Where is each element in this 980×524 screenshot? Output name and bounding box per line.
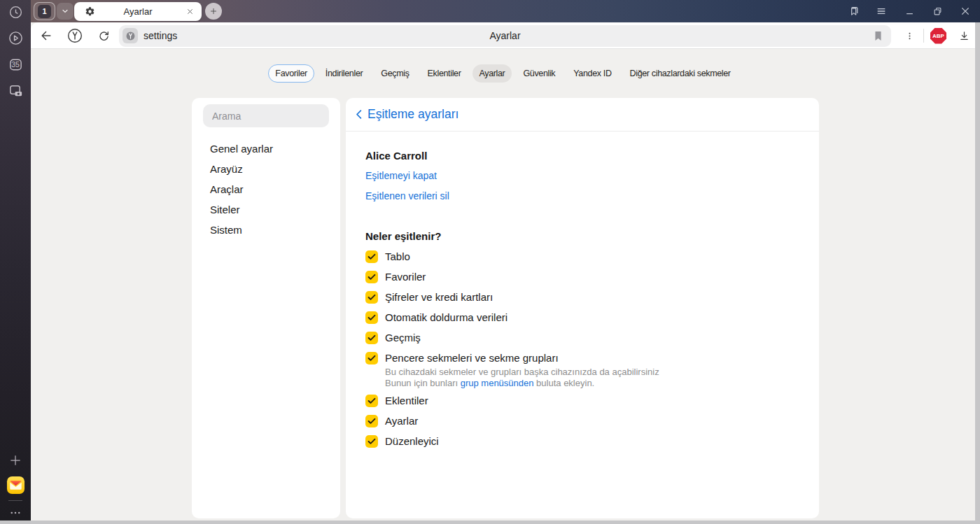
settings-menu: Genel ayarlarArayüzAraçlarSitelerSistem: [203, 139, 329, 240]
checkbox-label: Şifreler ve kredi kartları: [385, 291, 493, 303]
tab-count-number: 35: [5, 54, 26, 75]
checkbox-checked-icon[interactable]: [365, 435, 378, 448]
sync-checkbox-row[interactable]: Ayarlar: [365, 411, 819, 431]
sync-checkbox-row[interactable]: Pencere sekmeleri ve sekme grupları: [365, 348, 819, 368]
checkbox-checked-icon[interactable]: [365, 332, 378, 344]
top-nav-item[interactable]: Güvenlik: [516, 64, 562, 83]
top-nav-item[interactable]: Favoriler: [268, 64, 314, 83]
sync-checkbox-row[interactable]: Favoriler: [365, 267, 819, 287]
settings-menu-item[interactable]: Arayüz: [210, 159, 329, 179]
sync-checkbox-row[interactable]: Eklentiler: [365, 390, 819, 411]
back-icon[interactable]: [36, 22, 57, 49]
browser-tab[interactable]: Ayarlar: [74, 2, 202, 21]
checkbox-label: Geçmiş: [385, 332, 421, 344]
checkbox-label: Tablo: [385, 250, 410, 262]
checkbox-checked-icon[interactable]: [365, 291, 378, 304]
yandex-services-icon[interactable]: [64, 22, 85, 49]
back-chevron-icon[interactable]: [355, 109, 363, 120]
sync-checkbox-row[interactable]: Tablo: [365, 246, 819, 267]
checkbox-checked-icon[interactable]: [365, 250, 378, 263]
sync-section-heading: Neler eşitlenir?: [365, 226, 819, 246]
top-nav-item[interactable]: Yandex ID: [566, 64, 618, 83]
checkbox-label: Favoriler: [385, 271, 426, 283]
disable-sync-link[interactable]: Eşitlemeyi kapat: [365, 169, 819, 183]
settings-menu-item[interactable]: Araçlar: [210, 179, 329, 199]
checkbox-label: Otomatik doldurma verileri: [385, 311, 507, 323]
sync-title[interactable]: Eşitleme ayarları: [368, 107, 458, 122]
checkbox-label: Ayarlar: [385, 415, 418, 427]
left-sidebar: 35: [0, 0, 31, 521]
adblock-plus-badge[interactable]: ABP: [930, 28, 946, 44]
browser-window: 35 1: [0, 0, 980, 524]
sync-checkbox-row[interactable]: Şifreler ve kredi kartları: [365, 287, 819, 307]
bookmark-flag-icon[interactable]: [874, 31, 883, 41]
media-play-icon[interactable]: [5, 27, 26, 48]
tab-list-chevron-button[interactable]: [57, 3, 74, 20]
tab-counter-button[interactable]: 1: [34, 2, 55, 20]
toolbar-menu-kebab-icon[interactable]: [902, 31, 917, 41]
top-nav-item[interactable]: İndirilenler: [318, 64, 370, 83]
settings-page: FavorilerİndirilenlerGeçmişEklentilerAya…: [31, 49, 975, 521]
top-nav-item[interactable]: Eklentiler: [421, 64, 468, 83]
sync-settings-card: Eşitleme ayarları Alice Carroll Eşitleme…: [346, 98, 819, 518]
top-nav-item[interactable]: Diğer cihazlardaki sekmeler: [623, 64, 738, 83]
downloads-icon[interactable]: [955, 30, 972, 42]
account-name: Alice Carroll: [365, 148, 819, 162]
tab-counter-value: 1: [38, 5, 51, 18]
refresh-icon[interactable]: [93, 22, 114, 49]
settings-top-nav: FavorilerİndirilenlerGeçmişEklentilerAya…: [31, 64, 975, 83]
yandex-mail-icon[interactable]: [5, 474, 26, 495]
window-restore-icon[interactable]: [928, 2, 946, 20]
settings-menu-item[interactable]: Siteler: [210, 199, 329, 220]
window-frame-bottom: [0, 521, 980, 524]
sync-checkbox-row[interactable]: Otomatik doldurma verileri: [365, 307, 819, 327]
tab-title: Ayarlar: [74, 6, 202, 17]
window-frame-right: [975, 22, 980, 521]
checkbox-checked-icon[interactable]: [365, 271, 378, 283]
checkbox-label: Pencere sekmeleri ve sekme grupları: [385, 352, 559, 364]
screenshot-icon[interactable]: [5, 80, 26, 101]
sync-header: Eşitleme ayarları: [346, 98, 819, 132]
add-panel-icon[interactable]: [5, 450, 26, 471]
settings-menu-item[interactable]: Sistem: [210, 220, 329, 240]
address-bar[interactable]: settings Ayarlar: [119, 25, 891, 47]
rail-more-icon[interactable]: [5, 507, 26, 519]
tab-bar: 1 Ayarlar: [31, 0, 980, 22]
checkbox-checked-icon[interactable]: [365, 395, 378, 407]
menu-hamburger-icon[interactable]: [872, 2, 890, 20]
top-nav-item[interactable]: Geçmiş: [374, 64, 416, 83]
sync-checkbox-row[interactable]: Düzenleyici: [365, 431, 819, 451]
window-close-icon[interactable]: [956, 2, 974, 20]
side-panel-icon[interactable]: [844, 2, 862, 20]
new-tab-button[interactable]: [205, 3, 222, 20]
settings-sidebar-card: Genel ayarlarArayüzAraçlarSitelerSistem: [192, 98, 340, 518]
top-nav-item[interactable]: Ayarlar: [472, 64, 512, 83]
settings-menu-item[interactable]: Genel ayarlar: [210, 139, 329, 159]
tab-close-icon[interactable]: [186, 8, 194, 15]
group-menu-link[interactable]: grup menüsünden: [461, 378, 534, 388]
tabs-count-badge[interactable]: 35: [5, 54, 26, 75]
browser-toolbar: settings Ayarlar ABP: [31, 22, 975, 49]
checkbox-checked-icon[interactable]: [365, 415, 378, 427]
checkbox-description: Bu cihazdaki sekmeler ve grupları başka …: [365, 367, 819, 389]
page-title: Ayarlar: [119, 25, 891, 47]
history-icon[interactable]: [5, 1, 26, 22]
checkbox-label: Eklentiler: [385, 395, 428, 406]
search-input[interactable]: [203, 104, 329, 127]
delete-synced-data-link[interactable]: Eşitlenen verileri sil: [365, 189, 819, 203]
checkbox-label: Düzenleyici: [385, 435, 439, 447]
sync-checkbox-row[interactable]: Geçmiş: [365, 327, 819, 348]
checkbox-checked-icon[interactable]: [365, 311, 378, 324]
checkbox-checked-icon[interactable]: [365, 352, 378, 364]
window-minimize-icon[interactable]: [900, 2, 918, 20]
